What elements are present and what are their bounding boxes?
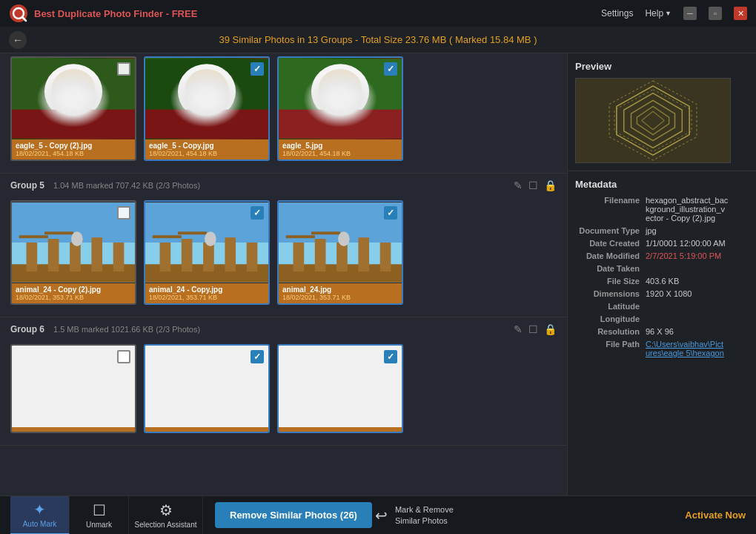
- checkbox-unchecked[interactable]: [117, 206, 130, 220]
- svg-rect-49: [358, 237, 369, 271]
- meta-val-resolution: 96 X 96: [646, 327, 749, 336]
- meta-val-doctype: jpg: [646, 226, 749, 235]
- photo-scroll-area[interactable]: eagle_5 - Copy (2).jpg 18/02/2021, 454.1…: [0, 53, 567, 495]
- photo-checkbox[interactable]: [251, 62, 264, 76]
- meta-val-filepath[interactable]: C:\Users\vaibhav\Pictures\eagle 5\hexago…: [646, 340, 749, 357]
- svg-rect-41: [178, 231, 207, 234]
- photo-checkbox[interactable]: [251, 206, 264, 220]
- photo-filename: eagle_5.jpg: [282, 142, 398, 150]
- photo-label: [12, 427, 135, 432]
- svg-rect-29: [19, 235, 48, 238]
- svg-point-31: [71, 231, 83, 246]
- photo-checkbox[interactable]: [384, 206, 397, 220]
- photo-fileinfo: 18/02/2021, 353.71 KB: [149, 294, 265, 301]
- selection-assistant-tool[interactable]: ⚙ Selection Assistant: [129, 496, 203, 535]
- edit-icon[interactable]: ✎: [514, 323, 523, 335]
- photo-filename: animal_24 - Copy (2).jpg: [16, 286, 131, 294]
- svg-rect-6: [12, 110, 135, 139]
- photo-filename: animal_24.jpg: [282, 286, 398, 294]
- checkbox-unchecked[interactable]: [117, 62, 130, 76]
- auto-mark-tool[interactable]: ✦ Auto Mark: [10, 496, 70, 535]
- photo-card[interactable]: eagle_5 - Copy.jpg 18/02/2021, 454.18 KB: [144, 56, 270, 161]
- group-6-info: 1.5 MB marked 1021.66 KB (2/3 Photos): [53, 325, 514, 334]
- checkbox-checked[interactable]: [384, 350, 397, 363]
- svg-marker-8: [84, 95, 96, 101]
- photo-checkbox[interactable]: [117, 206, 130, 220]
- svg-rect-52: [311, 231, 340, 234]
- svg-point-16: [311, 64, 369, 119]
- photo-card[interactable]: animal_24 - Copy.jpg 18/02/2021, 353.71 …: [144, 200, 270, 305]
- mark-remove-text: Mark & Remove Similar Photos: [395, 504, 454, 526]
- checkbox-checked[interactable]: [251, 62, 264, 76]
- photo-card[interactable]: animal_24 - Copy (2).jpg 18/02/2021, 353…: [10, 200, 136, 305]
- preview-title: Preview: [575, 61, 749, 72]
- meta-row-filepath: File Path C:\Users\vaibhav\Pictures\eagl…: [575, 340, 749, 357]
- svg-point-10: [178, 64, 236, 119]
- group-5-photos: animal_24 - Copy (2).jpg 18/02/2021, 353…: [0, 197, 567, 311]
- photo-card[interactable]: eagle_5.jpg 18/02/2021, 454.18 KB: [277, 56, 403, 161]
- svg-marker-14: [218, 95, 229, 101]
- help-button[interactable]: Help ▼: [645, 8, 672, 19]
- edit-icon[interactable]: ✎: [514, 179, 523, 191]
- photo-fileinfo: 18/02/2021, 454.18 KB: [16, 150, 131, 157]
- svg-rect-36: [182, 239, 193, 271]
- photo-label: eagle_5 - Copy (2).jpg 18/02/2021, 454.1…: [12, 139, 135, 159]
- preview-section: Preview: [568, 53, 756, 171]
- checkbox-checked[interactable]: [384, 62, 397, 76]
- photo-card[interactable]: [144, 344, 270, 433]
- svg-point-11: [185, 69, 229, 110]
- group-4-container: eagle_5 - Copy (2).jpg 18/02/2021, 454.1…: [0, 53, 567, 174]
- meta-row-doctype: Document Type jpg: [575, 226, 749, 235]
- unmark-tool[interactable]: ☐ Unmark: [70, 496, 129, 535]
- checkbox-icon[interactable]: ☐: [528, 323, 538, 335]
- svg-rect-18: [279, 110, 402, 139]
- meta-key: Document Type: [575, 226, 646, 235]
- photo-checkbox[interactable]: [117, 350, 130, 363]
- checkbox-checked[interactable]: [251, 206, 264, 220]
- checkbox-unchecked[interactable]: [117, 350, 130, 363]
- selection-assistant-label: Selection Assistant: [135, 521, 197, 529]
- checkbox-checked[interactable]: [384, 206, 397, 220]
- lock-icon[interactable]: 🔒: [544, 323, 557, 335]
- close-button[interactable]: ✕: [734, 7, 747, 20]
- back-button[interactable]: ←: [9, 31, 27, 49]
- photo-card[interactable]: eagle_5 - Copy (2).jpg 18/02/2021, 454.1…: [10, 56, 136, 161]
- svg-rect-12: [145, 110, 268, 139]
- photo-checkbox[interactable]: [384, 62, 397, 76]
- checkbox-checked[interactable]: [251, 350, 264, 363]
- photo-card[interactable]: [10, 344, 136, 433]
- photo-label: animal_24.jpg 18/02/2021, 353.71 KB: [279, 283, 402, 303]
- checkbox-icon[interactable]: ☐: [528, 179, 538, 191]
- right-panel: Preview: [567, 53, 756, 495]
- selection-assistant-icon: ⚙: [159, 501, 173, 519]
- app-title: Best Duplicate Photo Finder - FREE: [34, 8, 197, 19]
- meta-row-dimensions: Dimensions 1920 X 1080: [575, 289, 749, 298]
- minimize-button[interactable]: ─: [683, 7, 697, 20]
- photo-checkbox[interactable]: [384, 350, 397, 363]
- metadata-section: Metadata Filename hexagon_abstract_backg…: [568, 171, 756, 495]
- app-title-free: FREE: [172, 8, 198, 19]
- meta-row-longitude: Longitude: [575, 314, 749, 323]
- settings-button[interactable]: Settings: [601, 8, 633, 19]
- svg-rect-30: [44, 231, 73, 234]
- maximize-button[interactable]: ▫: [709, 7, 722, 20]
- activate-now-button[interactable]: Activate Now: [685, 510, 746, 521]
- arrow-icon: ↩: [375, 507, 388, 524]
- meta-key: Date Modified: [575, 251, 646, 260]
- group-5-container: Group 5 1.04 MB marked 707.42 KB (2/3 Ph…: [0, 174, 567, 317]
- photo-card[interactable]: animal_24.jpg 18/02/2021, 353.71 KB: [277, 200, 403, 305]
- titlebar-right: Settings Help ▼ ─ ▫ ✕: [601, 7, 747, 20]
- photo-card[interactable]: [277, 344, 403, 433]
- bottom-bar: ✦ Auto Mark ☐ Unmark ⚙ Selection Assista…: [0, 495, 756, 534]
- group-5-actions: ✎ ☐ 🔒: [514, 179, 557, 191]
- svg-rect-50: [380, 243, 391, 271]
- lock-icon[interactable]: 🔒: [544, 179, 557, 191]
- meta-key: Date Created: [575, 239, 646, 248]
- meta-row-filename: Filename hexagon_abstract_background_ill…: [575, 196, 749, 222]
- svg-rect-26: [70, 243, 81, 271]
- remove-similar-button[interactable]: Remove Similar Photos (26): [215, 502, 372, 528]
- photo-checkbox[interactable]: [251, 350, 264, 363]
- app-logo: [9, 4, 28, 23]
- svg-rect-27: [91, 237, 102, 271]
- photo-checkbox[interactable]: [117, 62, 130, 76]
